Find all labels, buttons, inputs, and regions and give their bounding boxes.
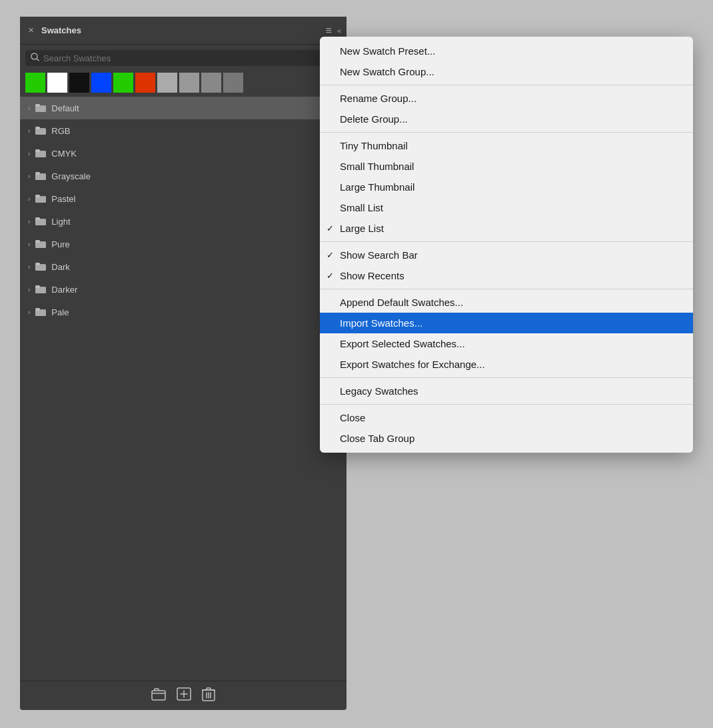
group-item-label: Default <box>51 103 79 113</box>
recent-swatches-row <box>20 69 347 97</box>
group-list-item[interactable]: › Darker <box>20 278 347 301</box>
chevron-right-icon: › <box>28 127 30 135</box>
menu-item[interactable]: Export Selected Swatches... <box>320 333 693 354</box>
menu-item-label: Small List <box>340 202 383 213</box>
chevron-right-icon: › <box>28 218 30 225</box>
folder-icon <box>35 171 46 182</box>
panel-titlebar: ✕ Swatches ≡ « <box>20 17 347 45</box>
menu-item[interactable]: New Swatch Group... <box>320 61 693 82</box>
delete-button[interactable] <box>202 687 215 705</box>
swatch-item[interactable] <box>25 73 45 93</box>
menu-item-label: Delete Group... <box>340 113 408 125</box>
menu-item-label: Tiny Thumbnail <box>340 140 408 151</box>
menu-divider <box>320 85 693 85</box>
group-item-label: Grayscale <box>51 171 91 181</box>
swatch-item[interactable] <box>135 73 155 93</box>
menu-item-label: Export Swatches for Exchange... <box>340 359 485 370</box>
folder-icon <box>35 125 46 137</box>
menu-item[interactable]: Close <box>320 407 693 428</box>
swatches-panel: ✕ Swatches ≡ « › Default› RGB› CMYK› <box>20 17 347 710</box>
swatch-item[interactable] <box>157 73 177 93</box>
swatch-item[interactable] <box>113 73 133 93</box>
group-list-item[interactable]: › Pale <box>20 301 347 323</box>
menu-item-label: Append Default Swatches... <box>340 297 463 308</box>
menu-item[interactable]: Small List <box>320 197 693 218</box>
group-item-label: Pale <box>51 307 69 317</box>
checkmark-icon: ✓ <box>327 223 334 233</box>
search-bar <box>25 50 341 66</box>
new-swatch-button[interactable] <box>177 687 191 704</box>
context-menu: New Swatch Preset...New Swatch Group...R… <box>320 37 693 453</box>
menu-item[interactable]: ✓Show Search Bar <box>320 245 693 265</box>
menu-item[interactable]: ✓Show Recents <box>320 265 693 286</box>
folder-icon <box>35 284 46 295</box>
swatch-item[interactable] <box>47 73 67 93</box>
group-list-item[interactable]: › Default <box>20 97 347 119</box>
menu-item[interactable]: ✓Large List <box>320 218 693 239</box>
panel-menu-button[interactable]: ≡ <box>326 25 332 37</box>
svg-rect-17 <box>35 263 40 265</box>
group-list-item[interactable]: › Grayscale <box>20 165 347 187</box>
panel-toolbar <box>20 681 347 710</box>
svg-rect-15 <box>35 240 40 243</box>
chevron-right-icon: › <box>28 173 30 180</box>
menu-item-label: Small Thumbnail <box>340 161 414 172</box>
menu-divider <box>320 404 693 405</box>
menu-item[interactable]: Rename Group... <box>320 88 693 109</box>
chevron-right-icon: › <box>28 195 30 203</box>
menu-item[interactable]: Delete Group... <box>320 109 693 129</box>
group-list-item[interactable]: › Pastel <box>20 187 347 210</box>
folder-icon <box>35 261 46 273</box>
collapse-button[interactable]: « <box>337 27 341 35</box>
menu-item[interactable]: New Swatch Preset... <box>320 41 693 61</box>
menu-item-label: Import Swatches... <box>340 317 422 329</box>
search-input[interactable] <box>43 53 336 63</box>
menu-item[interactable]: Large Thumbnail <box>320 177 693 197</box>
svg-rect-13 <box>35 217 40 220</box>
chevron-right-icon: › <box>28 309 30 316</box>
menu-item[interactable]: Append Default Swatches... <box>320 292 693 313</box>
menu-item-label: Close <box>340 412 365 423</box>
group-item-label: Light <box>51 217 70 227</box>
menu-item-label: Show Search Bar <box>340 249 418 261</box>
menu-item-label: Export Selected Swatches... <box>340 338 465 349</box>
group-item-label: RGB <box>51 126 70 136</box>
group-list-item[interactable]: › Dark <box>20 255 347 278</box>
swatch-item[interactable] <box>69 73 89 93</box>
group-item-label: Pastel <box>51 194 75 204</box>
group-list-item[interactable]: › RGB <box>20 119 347 142</box>
menu-item[interactable]: Export Swatches for Exchange... <box>320 354 693 375</box>
group-list-item[interactable]: › CMYK <box>20 142 347 165</box>
menu-item[interactable]: Close Tab Group <box>320 428 693 449</box>
folder-icon <box>35 193 46 205</box>
chevron-right-icon: › <box>28 241 30 248</box>
menu-item-label: Show Recents <box>340 270 404 281</box>
close-button[interactable]: ✕ <box>25 25 36 36</box>
folder-icon <box>35 148 46 159</box>
group-item-label: Dark <box>51 262 69 272</box>
swatch-item[interactable] <box>223 73 243 93</box>
menu-item[interactable]: Tiny Thumbnail <box>320 135 693 156</box>
svg-rect-5 <box>35 127 40 129</box>
menu-item[interactable]: Small Thumbnail <box>320 156 693 177</box>
new-group-button[interactable] <box>151 687 166 704</box>
menu-divider <box>320 289 693 289</box>
svg-rect-21 <box>35 308 40 311</box>
group-list-item[interactable]: › Light <box>20 210 347 233</box>
svg-rect-7 <box>35 149 40 152</box>
menu-item[interactable]: Legacy Swatches <box>320 381 693 401</box>
menu-item-label: Rename Group... <box>340 93 416 104</box>
search-icon <box>31 53 39 63</box>
chevron-right-icon: › <box>28 105 30 112</box>
swatch-item[interactable] <box>179 73 199 93</box>
menu-item-label: New Swatch Preset... <box>340 45 435 57</box>
swatch-item[interactable] <box>91 73 111 93</box>
panel-title: Swatches <box>41 25 326 35</box>
group-item-label: Darker <box>51 285 77 295</box>
menu-item-label: Close Tab Group <box>340 433 414 444</box>
swatch-item[interactable] <box>201 73 221 93</box>
group-list-item[interactable]: › Pure <box>20 233 347 255</box>
menu-item[interactable]: Import Swatches... <box>320 313 693 333</box>
group-item-label: Pure <box>51 239 69 249</box>
svg-rect-3 <box>35 104 40 107</box>
